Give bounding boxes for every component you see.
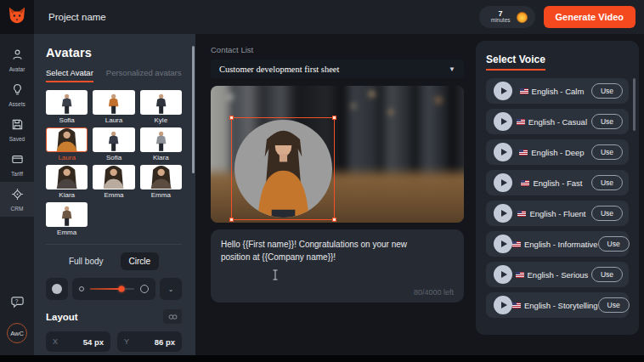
size-slider[interactable] bbox=[90, 288, 134, 290]
avatar-name: Laura bbox=[46, 154, 88, 161]
text-cursor-icon bbox=[272, 269, 279, 284]
resize-handle-top-right[interactable] bbox=[332, 116, 336, 120]
voice-label: English - Fast bbox=[533, 178, 582, 188]
use-voice-button[interactable]: Use bbox=[591, 206, 623, 221]
layout-field[interactable]: X 54 px bbox=[46, 331, 110, 352]
voice-row: English - Casual Use bbox=[486, 109, 629, 134]
play-button[interactable] bbox=[494, 265, 512, 284]
layout-field-label: Y bbox=[124, 337, 129, 346]
voice-panel-title: Select Voice bbox=[486, 54, 545, 71]
avatar-card[interactable]: Kiara bbox=[140, 127, 182, 161]
use-voice-button[interactable]: Use bbox=[591, 267, 623, 282]
avatar-name: Kiara bbox=[140, 154, 182, 161]
avatar-thumbnail bbox=[46, 202, 88, 227]
aspect-link-button[interactable] bbox=[163, 309, 182, 324]
play-icon bbox=[501, 149, 507, 156]
avatar-thumbnail bbox=[93, 165, 134, 189]
sidebar-item-tariff[interactable]: Tariff bbox=[0, 147, 34, 182]
contact-list-selected: Customer development first sheet bbox=[219, 65, 339, 74]
resize-handle-bottom-right[interactable] bbox=[332, 218, 336, 222]
circle-mode-button[interactable]: Circle bbox=[121, 252, 160, 270]
avatar-thumbnail bbox=[93, 127, 134, 152]
use-voice-button[interactable]: Use bbox=[598, 297, 630, 313]
project-title: Project name bbox=[48, 12, 106, 22]
shape-circle-button[interactable] bbox=[46, 278, 68, 300]
sidebar-item-avatar[interactable]: Avatar bbox=[0, 42, 34, 77]
avatar-grid: Sofia bbox=[46, 90, 182, 236]
support-chat-icon[interactable]: ? bbox=[10, 295, 25, 313]
avatar-mode-row: Full body Circle bbox=[46, 252, 182, 270]
resize-handle-top-left[interactable] bbox=[229, 116, 234, 120]
tab-personalized-avatars[interactable]: Personalized avatars bbox=[106, 68, 182, 82]
avatar-card[interactable]: Kyle bbox=[140, 90, 182, 124]
avatar-name: Emma bbox=[46, 229, 88, 236]
avatar-card[interactable]: Laura bbox=[46, 127, 88, 161]
use-voice-button[interactable]: Use bbox=[591, 114, 623, 129]
play-button[interactable] bbox=[494, 173, 512, 192]
target-icon bbox=[11, 188, 24, 204]
awc-badge[interactable]: AwC bbox=[7, 323, 27, 343]
slider-thumb[interactable] bbox=[119, 286, 125, 292]
play-button[interactable] bbox=[494, 204, 512, 223]
sidebar: Avatar Assets Saved Tariff CRM ? AwC bbox=[0, 34, 34, 355]
slider-dropdown-button[interactable]: ⌄ bbox=[160, 278, 182, 300]
play-icon bbox=[501, 302, 507, 308]
use-voice-button[interactable]: Use bbox=[591, 83, 623, 99]
generate-video-button[interactable]: Generate Video bbox=[544, 6, 636, 28]
app-logo[interactable] bbox=[0, 0, 34, 34]
us-flag-icon bbox=[520, 88, 528, 94]
floppy-icon bbox=[11, 118, 24, 134]
use-voice-button[interactable]: Use bbox=[598, 236, 630, 252]
top-bar: Project name 7 minutes Generate Video bbox=[0, 0, 644, 34]
script-text: Hello {{First name}}! Congratulations on… bbox=[221, 238, 435, 263]
use-voice-button[interactable]: Use bbox=[591, 175, 623, 190]
avatar-card[interactable]: Emma bbox=[93, 165, 134, 199]
bottom-bar bbox=[0, 355, 644, 362]
tab-select-avatar[interactable]: Select Avatar bbox=[46, 68, 93, 82]
avatar-thumbnail bbox=[46, 90, 88, 115]
avatar-card[interactable]: Emma bbox=[140, 165, 182, 199]
avatar-card[interactable]: Sofia bbox=[93, 127, 134, 161]
user-icon bbox=[11, 48, 24, 65]
us-flag-icon bbox=[517, 119, 525, 125]
us-flag-icon bbox=[512, 241, 521, 247]
avatar-selection-box[interactable] bbox=[231, 117, 335, 220]
play-icon bbox=[501, 210, 507, 217]
voice-list-scrollbar[interactable] bbox=[633, 78, 636, 131]
avatar-thumbnail bbox=[46, 165, 88, 189]
avatar-card[interactable]: Kiara bbox=[46, 165, 88, 199]
avatar-thumbnail bbox=[46, 127, 88, 152]
layout-field[interactable]: Y 86 px bbox=[117, 331, 182, 352]
play-icon bbox=[501, 271, 507, 278]
avatars-panel: Avatars Select Avatar Personalized avata… bbox=[34, 34, 195, 355]
chevron-down-icon: ⌄ bbox=[168, 286, 174, 293]
use-voice-button[interactable]: Use bbox=[591, 144, 623, 160]
avatar-thumbnail bbox=[140, 165, 182, 189]
video-preview[interactable] bbox=[211, 86, 464, 223]
avatar-card[interactable]: Sofia bbox=[46, 90, 88, 124]
play-button[interactable] bbox=[494, 112, 512, 131]
play-button[interactable] bbox=[494, 296, 512, 314]
play-button[interactable] bbox=[494, 82, 512, 100]
sidebar-item-crm[interactable]: CRM bbox=[0, 182, 34, 217]
play-button[interactable] bbox=[494, 143, 512, 161]
resize-handle-bottom-left[interactable] bbox=[229, 218, 234, 222]
small-circle-icon bbox=[79, 286, 84, 291]
play-button[interactable] bbox=[494, 235, 512, 253]
minutes-balance-pill[interactable]: 7 minutes bbox=[479, 6, 535, 28]
avatar-name: Emma bbox=[93, 191, 134, 199]
voice-label: English - Informative bbox=[524, 240, 598, 249]
sidebar-item-saved[interactable]: Saved bbox=[0, 112, 34, 147]
avatar-card[interactable]: Laura bbox=[93, 90, 134, 124]
avatar-card[interactable]: Emma bbox=[46, 202, 88, 236]
voice-row: English - Fluent Use bbox=[486, 201, 629, 226]
sidebar-item-assets[interactable]: Assets bbox=[0, 77, 34, 112]
slider-fill bbox=[90, 288, 121, 290]
voice-panel: Select Voice English - Calm Use English … bbox=[476, 41, 639, 335]
large-circle-icon bbox=[140, 285, 149, 293]
voice-label: English - Calm bbox=[532, 87, 585, 96]
script-textarea[interactable]: Hello {{First name}}! Congratulations on… bbox=[211, 229, 464, 303]
fullbody-mode-button[interactable]: Full body bbox=[69, 257, 104, 266]
avatars-panel-scrollbar[interactable] bbox=[192, 46, 195, 173]
contact-list-dropdown[interactable]: Customer development first sheet ▼ bbox=[211, 59, 464, 78]
